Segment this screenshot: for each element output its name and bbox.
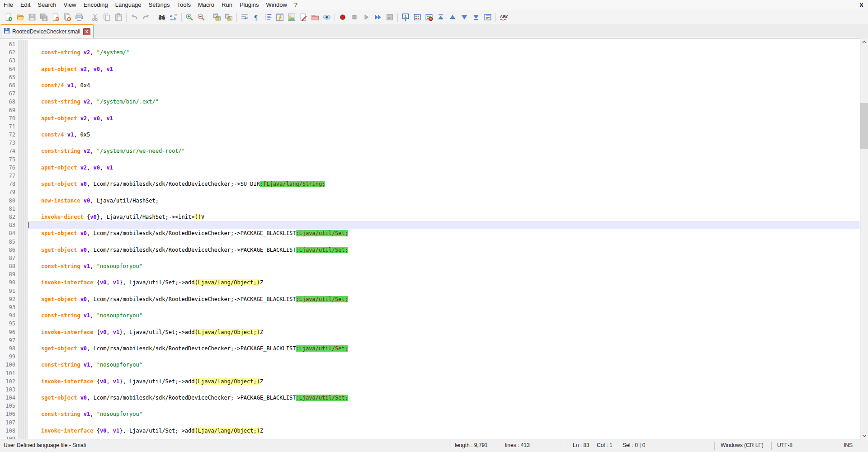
tab-rooteddevicechecker[interactable]: RootedDeviceChecker.smali x <box>1 24 94 38</box>
menu-plugins[interactable]: Plugins <box>236 0 263 10</box>
toolbar-show-all-characters-button[interactable]: ¶ <box>251 12 262 23</box>
window-close-button[interactable]: X <box>859 0 863 9</box>
toolbar-document-map-button[interactable] <box>286 12 297 23</box>
menu-encoding[interactable]: Encoding <box>80 0 112 10</box>
menu-run[interactable]: Run <box>218 0 236 10</box>
menu-help[interactable]: ? <box>291 0 301 10</box>
toolbar-compare-button[interactable] <box>412 12 423 23</box>
editor-line[interactable]: 83 <box>0 221 860 229</box>
editor-line[interactable]: 79 <box>0 188 860 196</box>
editor-line[interactable]: 63 <box>0 56 860 65</box>
editor-line[interactable]: 77 <box>0 172 860 180</box>
editor-line[interactable]: 107 <box>0 419 860 427</box>
menu-tools[interactable]: Tools <box>174 0 194 10</box>
toolbar-macro-stop-button[interactable] <box>349 12 360 23</box>
toolbar-bookmark-style-button[interactable]: 1 <box>400 12 411 23</box>
editor-line[interactable]: 73 <box>0 139 860 147</box>
editor-line[interactable]: 85 <box>0 238 860 246</box>
editor-line[interactable]: 105 <box>0 402 860 410</box>
toolbar-nav-previous-button[interactable] <box>447 12 458 23</box>
toolbar-word-wrap-button[interactable] <box>239 12 250 23</box>
editor-line[interactable]: 76 aput-object v2, v0, v1 <box>0 164 860 172</box>
toolbar-nav-last-button[interactable] <box>471 12 481 23</box>
editor-line[interactable]: 100 const-string v1, "nosoupforyou" <box>0 361 860 369</box>
editor-line[interactable]: 88 const-string v1, "nosoupforyou" <box>0 262 860 270</box>
scroll-down-icon[interactable] <box>860 432 868 439</box>
menu-language[interactable]: Language <box>112 0 145 10</box>
editor-line[interactable]: 84 sput-object v0, Lcom/rsa/mobilesdk/sd… <box>0 229 860 237</box>
editor-line[interactable]: 96 invoke-interface {v0, v1}, Ljava/util… <box>0 328 860 336</box>
toolbar-open-file-button[interactable] <box>15 12 26 23</box>
editor-line[interactable]: 86 sget-object v0, Lcom/rsa/mobilesdk/sd… <box>0 246 860 254</box>
editor-line[interactable]: 99 <box>0 353 860 361</box>
editor-line[interactable]: 90 invoke-interface {v0, v1}, Ljava/util… <box>0 278 860 287</box>
toolbar-document-switcher-button[interactable] <box>298 12 309 23</box>
editor-line[interactable]: 69 <box>0 106 860 114</box>
editor-line[interactable]: 68 const-string v2, "/system/bin/.ext/" <box>0 98 860 106</box>
editor-line[interactable]: 102 invoke-interface {v0, v1}, Ljava/uti… <box>0 377 860 386</box>
scrollbar-thumb[interactable] <box>860 103 868 149</box>
editor-line[interactable]: 82 invoke-direct {v0}, Ljava/util/HashSe… <box>0 213 860 221</box>
vertical-scrollbar[interactable] <box>860 38 868 439</box>
editor-line[interactable]: 62 const-string v2, "/system/" <box>0 48 860 56</box>
toolbar-folder-as-workspace-button[interactable] <box>310 12 321 23</box>
editor-line[interactable]: 97 <box>0 336 860 344</box>
toolbar-undo-button[interactable] <box>129 12 140 23</box>
toolbar-copy-button[interactable] <box>101 12 112 23</box>
editor-line[interactable]: 75 <box>0 155 860 164</box>
editor-line[interactable]: 95 <box>0 320 860 328</box>
editor-line[interactable]: 74 const-string v2, "/system/usr/we-need… <box>0 147 860 155</box>
menu-search[interactable]: Search <box>34 0 60 10</box>
editor-line[interactable]: 92 sget-object v0, Lcom/rsa/mobilesdk/sd… <box>0 295 860 303</box>
close-tab-icon[interactable]: x <box>83 28 90 35</box>
editor-line[interactable]: 93 <box>0 303 860 311</box>
toolbar-close-file-button[interactable] <box>50 12 61 23</box>
menu-view[interactable]: View <box>60 0 80 10</box>
toolbar-save-file-button[interactable] <box>27 12 38 23</box>
editor-line[interactable]: 89 <box>0 270 860 278</box>
toolbar-close-all-button[interactable] <box>62 12 73 23</box>
editor-line[interactable]: 78 sput-object v0, Lcom/rsa/mobilesdk/sd… <box>0 180 860 188</box>
toolbar-save-all-button[interactable] <box>38 12 49 23</box>
menu-window[interactable]: Window <box>263 0 291 10</box>
editor-line[interactable]: 66 const/4 v1, 0x4 <box>0 81 860 89</box>
editor-line[interactable]: 87 <box>0 254 860 262</box>
toolbar-monitoring-button[interactable] <box>321 12 332 23</box>
toolbar-macro-save-button[interactable] <box>384 12 395 23</box>
toolbar-nav-first-button[interactable] <box>435 12 446 23</box>
editor-line[interactable]: 67 <box>0 89 860 98</box>
toolbar-function-completion-button[interactable] <box>274 12 285 23</box>
editor-line[interactable]: 72 const/4 v1, 0x5 <box>0 131 860 139</box>
toolbar-replace-button[interactable]: ab <box>168 12 179 23</box>
toolbar-compare-nav-button[interactable] <box>482 12 493 23</box>
toolbar-indent-guide-button[interactable] <box>263 12 274 23</box>
toolbar-cut-button[interactable] <box>90 12 100 23</box>
editor-line[interactable]: 98 sget-object v0, Lcom/rsa/mobilesdk/sd… <box>0 344 860 353</box>
editor-line[interactable]: 65 <box>0 73 860 81</box>
editor-line[interactable]: 61 <box>0 40 860 48</box>
editor-line[interactable]: 104 sget-object v0, Lcom/rsa/mobilesdk/s… <box>0 394 860 402</box>
toolbar-sync-horizontal-scroll-button[interactable] <box>223 12 234 23</box>
toolbar-macro-record-button[interactable] <box>337 12 348 23</box>
editor-line[interactable]: 101 <box>0 369 860 377</box>
menu-file[interactable]: File <box>0 0 17 10</box>
editor-line[interactable]: 70 aput-object v2, v0, v1 <box>0 114 860 122</box>
toolbar-nav-next-button[interactable] <box>459 12 470 23</box>
toolbar-spell-check-button[interactable]: ABC <box>498 12 509 23</box>
toolbar-macro-run-multiple-button[interactable] <box>373 12 383 23</box>
scroll-up-icon[interactable] <box>860 38 868 46</box>
editor-line[interactable]: 108 invoke-interface {v0, v1}, Ljava/uti… <box>0 427 860 435</box>
toolbar-zoom-out-button[interactable] <box>196 12 207 23</box>
toolbar-redo-button[interactable] <box>141 12 151 23</box>
editor-line[interactable]: 94 const-string v1, "nosoupforyou" <box>0 311 860 320</box>
toolbar-compare-clear-button[interactable] <box>424 12 434 23</box>
editor-line[interactable]: 71 <box>0 122 860 131</box>
editor[interactable]: 6162 const-string v2, "/system/"6364 apu… <box>0 38 868 439</box>
toolbar-zoom-in-button[interactable] <box>184 12 195 23</box>
editor-line[interactable]: 91 <box>0 287 860 295</box>
editor-line[interactable]: 81 <box>0 205 860 213</box>
menu-settings[interactable]: Settings <box>145 0 174 10</box>
editor-line[interactable]: 106 const-string v1, "nosoupforyou" <box>0 410 860 418</box>
menu-edit[interactable]: Edit <box>17 0 34 10</box>
toolbar-new-file-button[interactable] <box>3 12 14 23</box>
